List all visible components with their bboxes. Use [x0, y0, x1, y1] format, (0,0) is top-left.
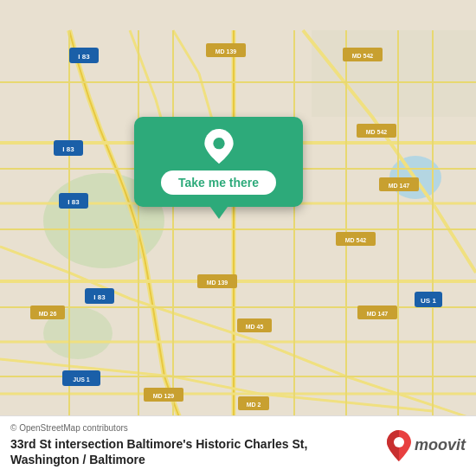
svg-text:MD 542: MD 542: [352, 53, 374, 59]
location-subtitle: Washington / Baltimore: [10, 453, 145, 466]
svg-text:MD 147: MD 147: [367, 311, 389, 317]
svg-point-59: [213, 138, 224, 149]
bottom-left-content: © OpenStreetMap contributors 33rd St int…: [10, 423, 376, 467]
svg-text:MD 139: MD 139: [207, 280, 228, 286]
svg-text:MD 2: MD 2: [247, 402, 261, 408]
svg-text:MD 542: MD 542: [366, 129, 388, 135]
copyright-text: © OpenStreetMap contributors: [10, 423, 376, 433]
svg-text:MD 129: MD 129: [153, 393, 175, 399]
svg-text:MD 26: MD 26: [39, 311, 57, 317]
svg-text:I 83: I 83: [78, 53, 90, 61]
map-container: I 83 MD 139 MD 542 MD 542 MD 542 MD 147 …: [0, 0, 476, 476]
svg-text:MD 45: MD 45: [246, 324, 264, 330]
svg-text:JUS 1: JUS 1: [73, 376, 90, 383]
location-popup: Take me there: [134, 117, 303, 207]
moovit-brand-text: moovit: [415, 436, 466, 454]
location-title: 33rd St intersection Baltimore's Histori…: [10, 436, 376, 467]
map-background: I 83 MD 139 MD 542 MD 542 MD 542 MD 147 …: [0, 0, 476, 476]
location-name: 33rd St intersection Baltimore's Histori…: [10, 437, 307, 451]
svg-text:MD 147: MD 147: [389, 183, 410, 189]
svg-text:US 1: US 1: [421, 297, 436, 305]
svg-text:I 83: I 83: [93, 293, 106, 301]
moovit-logo: moovit: [387, 430, 466, 461]
location-pin-icon: [202, 129, 236, 164]
moovit-pin-icon: [387, 430, 411, 461]
svg-point-60: [394, 437, 404, 447]
take-me-there-button[interactable]: Take me there: [161, 170, 276, 195]
svg-text:I 83: I 83: [68, 198, 80, 206]
bottom-info-bar: © OpenStreetMap contributors 33rd St int…: [0, 415, 476, 476]
svg-text:I 83: I 83: [62, 145, 74, 153]
svg-text:MD 542: MD 542: [345, 237, 367, 243]
svg-text:MD 139: MD 139: [215, 48, 237, 55]
